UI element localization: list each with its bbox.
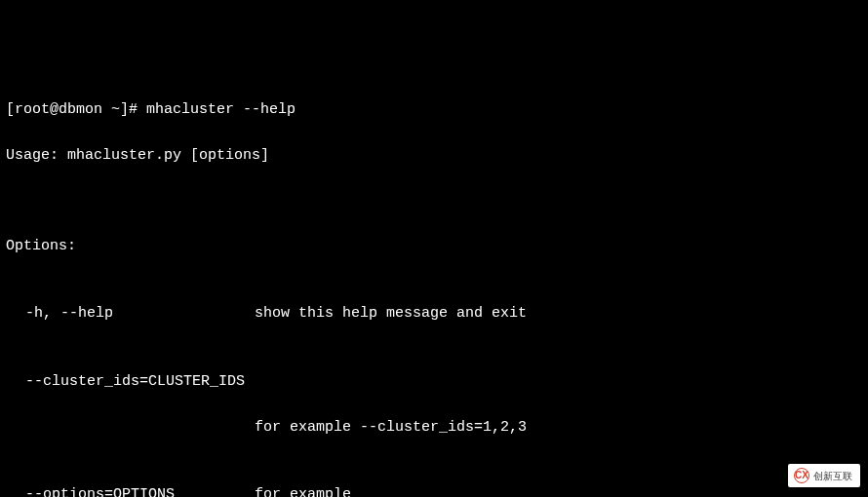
blank-line <box>6 189 862 211</box>
option-help: -h, --help show this help message and ex… <box>6 302 862 325</box>
option-help-desc: show this help message and exit <box>255 302 862 325</box>
terminal-prompt-line: [root@dbmon ~]# mhacluster --help <box>6 98 862 121</box>
usage-line: Usage: mhacluster.py [options] <box>6 144 862 167</box>
options-header: Options: <box>6 235 862 257</box>
watermark-logo-icon: CX <box>794 468 809 483</box>
option-help-flags: -h, --help <box>25 302 255 325</box>
option-options-first-desc: for example <box>255 483 862 497</box>
watermark-text: 创新互联 <box>813 471 852 481</box>
option-cluster-ids-desc: for example --cluster_ids=1,2,3 <box>6 416 862 439</box>
option-options: --options=OPTIONS for example <box>6 483 862 497</box>
option-cluster-ids-flags: --cluster_ids=CLUSTER_IDS <box>6 370 862 393</box>
option-options-flags: --options=OPTIONS <box>25 483 255 497</box>
watermark-badge: CX 创新互联 <box>788 464 860 487</box>
